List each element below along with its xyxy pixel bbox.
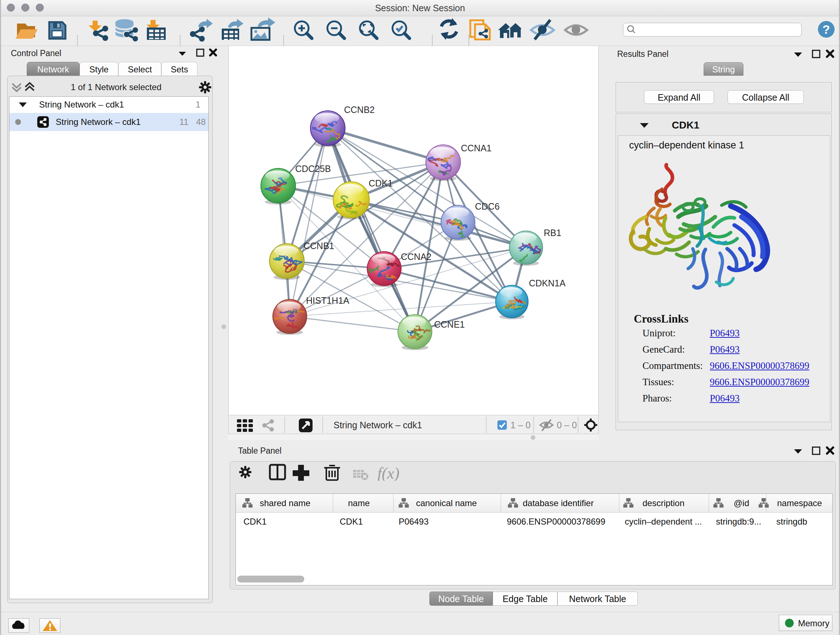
svg-text:RB1: RB1: [544, 228, 561, 238]
svg-text:String Network – cdk1: String Network – cdk1: [333, 420, 422, 430]
svg-text:1 – 0: 1 – 0: [510, 420, 531, 430]
svg-text:CDC25B: CDC25B: [295, 164, 331, 174]
svg-text:CCNA2: CCNA2: [401, 252, 431, 262]
svg-text:CDC6: CDC6: [475, 201, 500, 211]
svg-text:CCNE1: CCNE1: [434, 319, 465, 329]
svg-text:0 – 0: 0 – 0: [557, 420, 577, 430]
svg-text:CCNA1: CCNA1: [461, 143, 492, 153]
svg-text:CCNB2: CCNB2: [344, 105, 375, 115]
svg-text:CDKN1A: CDKN1A: [529, 278, 566, 288]
svg-text:CDK1: CDK1: [369, 178, 393, 188]
svg-text:HIST1H1A: HIST1H1A: [306, 295, 349, 306]
svg-text:CCNB1: CCNB1: [303, 241, 334, 251]
svg-text:f(x): f(x): [377, 464, 399, 481]
